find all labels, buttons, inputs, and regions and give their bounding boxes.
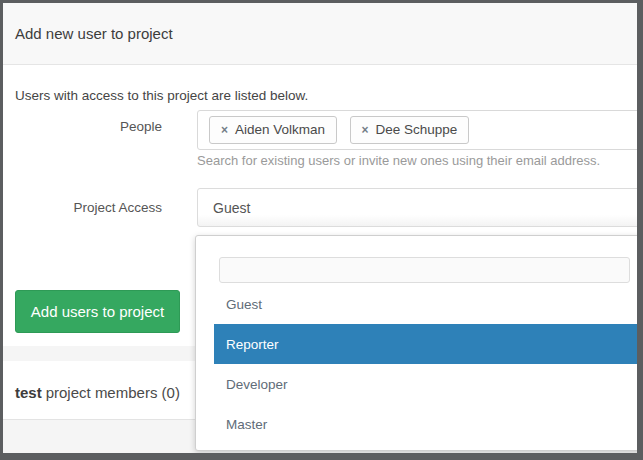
window-frame-left (0, 0, 3, 460)
dropdown-option-guest[interactable]: Guest (214, 284, 642, 324)
members-count-text: project members (0) (46, 384, 180, 401)
project-access-label: Project Access (0, 200, 162, 215)
project-access-select[interactable]: Guest (197, 188, 643, 227)
add-user-dialog: Add new user to project Users with acces… (0, 0, 643, 460)
dropdown-options-list: Guest Reporter Developer Master (196, 284, 642, 444)
people-label: People (0, 119, 162, 134)
people-help-text: Search for existing users or invite new … (197, 153, 600, 168)
window-frame-right (637, 0, 643, 460)
remove-user-icon[interactable]: × (221, 117, 228, 143)
user-chip: ×Aiden Volkman (209, 116, 337, 144)
members-heading: testproject members (0) (15, 384, 180, 401)
people-input[interactable]: ×Aiden Volkman ×Dee Schuppe (197, 110, 643, 150)
user-chip-label: Aiden Volkman (235, 122, 325, 137)
window-frame-bottom (0, 453, 643, 460)
window-frame-top (0, 0, 643, 3)
remove-user-icon[interactable]: × (362, 117, 369, 143)
dropdown-option-master[interactable]: Master (214, 404, 642, 444)
panel-header: Add new user to project (3, 3, 637, 65)
form-description: Users with access to this project are li… (15, 88, 308, 103)
dropdown-option-developer[interactable]: Developer (214, 364, 642, 404)
user-chip-label: Dee Schuppe (376, 122, 458, 137)
user-chip: ×Dee Schuppe (350, 116, 470, 144)
dropdown-search-input[interactable] (219, 257, 630, 283)
project-name: test (15, 384, 42, 401)
panel-title: Add new user to project (15, 25, 173, 42)
add-users-button[interactable]: Add users to project (15, 290, 180, 333)
project-access-selected-value: Guest (213, 200, 250, 216)
dropdown-option-reporter[interactable]: Reporter (214, 324, 642, 364)
access-dropdown-menu: Guest Reporter Developer Master (195, 235, 643, 451)
